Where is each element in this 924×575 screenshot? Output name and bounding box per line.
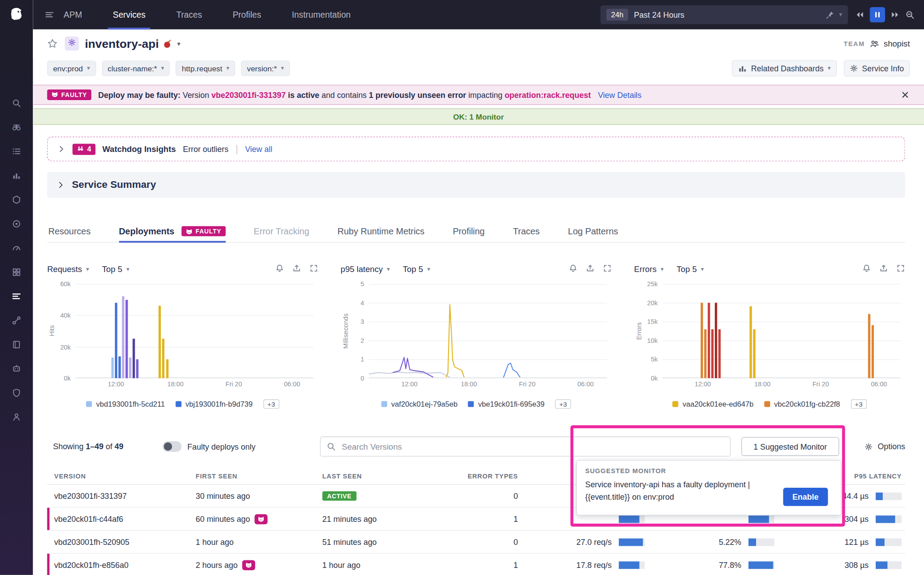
legend-item[interactable]: vaa20ck01ee-ed647b (673, 400, 754, 408)
sidebar-item-security[interactable] (11, 388, 22, 398)
results-count: Showing 1–49 of 49 (53, 442, 124, 451)
fullscreen-icon[interactable] (897, 264, 905, 275)
chevron-right-icon[interactable] (57, 181, 65, 189)
export-icon[interactable] (292, 264, 301, 275)
sidebar-item-search[interactable] (11, 98, 22, 109)
banner-text-segment: is active (286, 90, 320, 99)
fast-forward-button[interactable] (890, 10, 900, 19)
view-details-link[interactable]: View Details (598, 90, 641, 99)
deployment-charts: Requests▾Top 5▾Hits60k40k20k0k12:0018:00… (47, 263, 905, 409)
legend-more[interactable]: +3 (263, 400, 279, 409)
tab-deployments[interactable]: DeploymentsFAULTY (119, 220, 225, 242)
zoom-out-button[interactable] (905, 10, 914, 19)
service-icon (65, 36, 79, 51)
nav-item-traces[interactable]: Traces (176, 0, 202, 29)
related-dashboards-label: Related Dashboards (751, 64, 824, 73)
tab-log-patterns[interactable]: Log Patterns (568, 220, 618, 242)
nav-list-icon[interactable] (45, 10, 54, 19)
sidebar-item-synthetics[interactable] (11, 218, 22, 229)
tab-error-tracking[interactable]: Error Tracking (254, 220, 309, 242)
fullscreen-icon[interactable] (309, 264, 318, 275)
enable-button[interactable]: Enable (783, 488, 828, 506)
chevron-down-icon[interactable]: ▾ (177, 40, 180, 47)
legend-item[interactable]: vbe19ck01fi-695e39 (468, 400, 544, 408)
chevron-down-icon: ▾ (828, 66, 831, 71)
legend-item[interactable]: vbd193001fh-5cd211 (86, 400, 165, 408)
legend-more[interactable]: +3 (850, 400, 866, 409)
tab-traces[interactable]: Traces (513, 220, 540, 242)
rewind-button[interactable] (855, 10, 864, 19)
nav-item-instrumentation[interactable]: Instrumentation (292, 0, 351, 29)
nav-item-profiles[interactable]: Profiles (233, 0, 261, 29)
top-select[interactable]: Top 5▾ (102, 264, 129, 274)
filter-pill-http-request[interactable]: http.request▾ (176, 61, 235, 76)
legend-item[interactable]: vaf20ck01ej-79a5eb (381, 400, 457, 408)
view-all-link[interactable]: View all (245, 144, 273, 153)
sidebar-item-service-map[interactable] (11, 315, 22, 326)
filter-pill-env-prod[interactable]: env:prod▾ (47, 61, 96, 76)
pause-button[interactable] (870, 7, 885, 23)
error-rate-cell (648, 515, 778, 523)
sidebar-item-infrastructure[interactable] (11, 194, 22, 205)
faulty-deploys-toggle[interactable] (163, 441, 182, 452)
monitor-alert-icon[interactable] (275, 264, 284, 275)
suggested-monitor-button[interactable]: 1 Suggested Monitor (741, 437, 839, 456)
nav-item-apm[interactable]: APM (64, 0, 82, 29)
sidebar-item-log-explorer[interactable] (11, 146, 22, 157)
filter-pill-cluster-name-[interactable]: cluster-name:*▾ (102, 61, 170, 76)
export-icon[interactable] (586, 264, 595, 275)
sidebar-item-dashboards[interactable] (11, 243, 22, 253)
tab-profiling[interactable]: Profiling (453, 220, 485, 242)
active-badge: ACTIVE (322, 491, 356, 501)
faulty-deploy-banner: FAULTY Deploy may be faulty: Version vbe… (33, 85, 924, 105)
fullscreen-icon[interactable] (603, 264, 612, 275)
chevron-down-icon[interactable]: ▾ (839, 12, 842, 18)
sidebar-item-metrics[interactable] (11, 170, 22, 181)
sidebar-item-ci[interactable] (11, 363, 22, 374)
column-header[interactable]: FIRST SEEN (189, 472, 316, 479)
sidebar-item-apm[interactable] (11, 291, 22, 302)
legend-item[interactable]: vbj193001fn-b9d739 (175, 400, 253, 408)
export-icon[interactable] (879, 264, 888, 275)
metric-select[interactable]: Errors▾ (634, 264, 664, 274)
time-range-picker[interactable]: 24h Past 24 Hours ▾ (600, 5, 848, 24)
chart-bar (708, 303, 710, 378)
close-icon[interactable] (901, 90, 910, 99)
monitor-status-bar[interactable]: OK: 1 Monitor (33, 109, 924, 125)
top-select[interactable]: Top 5▾ (677, 264, 704, 274)
table-row[interactable]: vbd203001fh-5209051 hour ago51 minutes a… (47, 531, 905, 554)
sidebar-item-integrations[interactable] (11, 267, 22, 277)
nav-item-services[interactable]: Services (113, 0, 146, 29)
column-header[interactable]: LAST SEEN (315, 472, 465, 479)
legend-more[interactable]: +3 (555, 400, 571, 409)
chevron-right-icon[interactable] (57, 145, 66, 153)
options-button[interactable]: Options (865, 442, 905, 451)
sidebar-item-logs[interactable] (11, 339, 22, 350)
watchdog-title: Watchdog Insights (102, 144, 176, 154)
monitor-alert-icon[interactable] (569, 264, 577, 275)
service-summary-panel[interactable]: Service Summary (47, 172, 905, 198)
legend-item[interactable]: vbc20ck01fg-cb22f8 (764, 400, 840, 408)
column-header[interactable]: ERROR TYPES (465, 472, 521, 479)
monitor-alert-icon[interactable] (862, 264, 871, 275)
column-header[interactable]: VERSION (47, 472, 188, 479)
filter-pill-version-[interactable]: version:*▾ (241, 61, 290, 76)
table-row[interactable]: vbd20ck01fh-e856a02 hours ago1 hour ago1… (47, 554, 905, 575)
tab-resources[interactable]: Resources (48, 220, 90, 242)
top-navigation: APMServicesTracesProfilesInstrumentation… (33, 0, 924, 29)
section-tabs: ResourcesDeploymentsFAULTYError Tracking… (47, 220, 905, 243)
sidebar-item-watchdog[interactable] (11, 122, 22, 132)
top-select[interactable]: Top 5▾ (403, 264, 430, 274)
pin-icon[interactable] (826, 10, 834, 19)
metric-select[interactable]: Requests▾ (47, 264, 89, 274)
datadog-logo[interactable] (0, 0, 33, 29)
sidebar-item-rum[interactable] (11, 412, 22, 422)
service-info-button[interactable]: Service Info (844, 60, 910, 77)
tab-ruby-runtime-metrics[interactable]: Ruby Runtime Metrics (338, 220, 425, 242)
team-name[interactable]: shopist (884, 39, 910, 48)
favorite-star-icon[interactable] (47, 38, 58, 49)
metric-select[interactable]: p95 latency▾ (341, 264, 390, 274)
options-label: Options (878, 442, 905, 451)
related-dashboards-button[interactable]: Related Dashboards ▾ (732, 60, 837, 77)
search-input[interactable] (341, 441, 725, 452)
